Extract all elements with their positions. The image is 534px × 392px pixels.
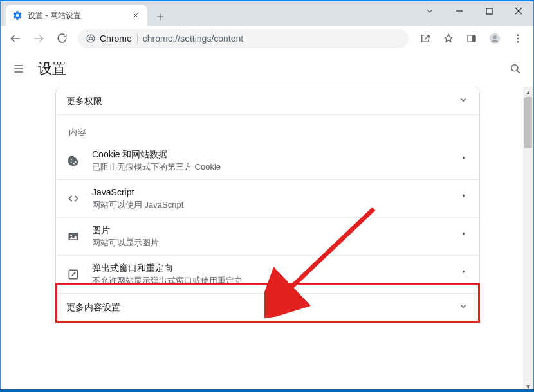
popup-icon xyxy=(66,267,80,281)
row-cookies[interactable]: Cookie 和网站数据 已阻止无痕模式下的第三方 Cookie xyxy=(56,142,479,179)
window-controls xyxy=(415,1,533,21)
window-titlebar: 设置 - 网站设置 xyxy=(1,1,533,26)
os-taskbar-edge xyxy=(0,389,534,392)
bookmark-star-icon[interactable] xyxy=(437,28,460,49)
window-maximize-button[interactable] xyxy=(474,1,504,21)
chevron-down-icon xyxy=(457,94,469,108)
scrollbar-thumb[interactable] xyxy=(524,97,532,148)
row-images[interactable]: 图片 网站可以显示图片 xyxy=(56,218,479,255)
row-popups[interactable]: 弹出式窗口和重定向 不允许网站显示弹出式窗口或使用重定向 xyxy=(56,256,479,293)
chevron-right-icon xyxy=(463,155,469,166)
svg-point-11 xyxy=(511,65,518,71)
browser-tab[interactable]: 设置 - 网站设置 xyxy=(6,5,147,26)
nav-back-button[interactable] xyxy=(5,28,26,49)
omnibox-divider xyxy=(137,33,138,44)
expander-more-content-settings[interactable]: 更多内容设置 xyxy=(56,294,479,321)
nav-reload-button[interactable] xyxy=(51,28,73,49)
svg-point-9 xyxy=(517,37,519,39)
row-title: JavaScript xyxy=(92,186,183,198)
svg-point-14 xyxy=(70,235,72,236)
expander-label: 更多内容设置 xyxy=(66,301,120,313)
browser-toolbar: Chrome chrome://settings/content xyxy=(1,26,533,51)
chevron-right-icon xyxy=(463,231,469,242)
section-title-content: 内容 xyxy=(56,115,479,142)
search-button[interactable] xyxy=(508,61,523,76)
svg-point-10 xyxy=(517,40,519,42)
row-subtitle: 已阻止无痕模式下的第三方 Cookie xyxy=(92,162,221,173)
chevron-right-icon xyxy=(463,193,469,204)
row-subtitle: 网站可以使用 JavaScript xyxy=(92,200,183,211)
image-icon xyxy=(66,229,80,244)
settings-header: 设置 xyxy=(1,51,533,87)
settings-page: 设置 更多权限 内容 Cookie 和网站数据 已阻止无痕模式下的第三方 C xyxy=(1,51,533,391)
svg-rect-1 xyxy=(486,8,492,14)
gear-icon xyxy=(12,10,23,21)
chevron-down-icon[interactable] xyxy=(415,1,445,21)
share-icon[interactable] xyxy=(414,28,437,49)
svg-line-12 xyxy=(517,71,520,73)
content-area: 更多权限 内容 Cookie 和网站数据 已阻止无痕模式下的第三方 Cookie xyxy=(1,87,533,391)
svg-point-7 xyxy=(493,35,496,39)
kebab-menu-icon[interactable] xyxy=(506,28,529,49)
svg-point-8 xyxy=(517,34,519,36)
row-title: 弹出式窗口和重定向 xyxy=(92,262,243,274)
expander-more-permissions[interactable]: 更多权限 xyxy=(56,87,479,114)
row-title: 图片 xyxy=(92,224,159,236)
omnibox[interactable]: Chrome chrome://settings/content xyxy=(78,29,409,48)
chrome-chip: Chrome xyxy=(86,33,132,44)
svg-rect-5 xyxy=(472,35,475,42)
row-subtitle: 不允许网站显示弹出式窗口或使用重定向 xyxy=(92,276,243,287)
window-minimize-button[interactable] xyxy=(445,1,474,21)
vertical-scrollbar[interactable]: ▲ ▼ xyxy=(523,87,533,391)
code-icon xyxy=(66,192,80,206)
row-title: Cookie 和网站数据 xyxy=(92,148,221,160)
hamburger-menu-button[interactable] xyxy=(11,61,26,76)
cookie-icon xyxy=(66,154,80,168)
toolbar-right-icons xyxy=(414,28,529,49)
row-javascript[interactable]: JavaScript 网站可以使用 JavaScript xyxy=(56,180,479,217)
nav-forward-button[interactable] xyxy=(28,28,50,49)
page-title: 设置 xyxy=(38,59,66,78)
chrome-chip-label: Chrome xyxy=(100,33,132,44)
close-tab-button[interactable] xyxy=(131,10,141,21)
omnibox-url: chrome://settings/content xyxy=(143,33,243,44)
row-subtitle: 网站可以显示图片 xyxy=(92,238,159,249)
profile-avatar-icon[interactable] xyxy=(483,28,506,49)
chevron-down-icon xyxy=(457,300,469,314)
expander-label: 更多权限 xyxy=(66,95,102,107)
svg-point-3 xyxy=(89,37,93,40)
new-tab-button[interactable] xyxy=(151,8,169,26)
chevron-right-icon xyxy=(463,269,469,280)
tab-title: 设置 - 网站设置 xyxy=(28,10,131,21)
scroll-up-arrow-icon[interactable]: ▲ xyxy=(523,87,533,97)
settings-card: 更多权限 内容 Cookie 和网站数据 已阻止无痕模式下的第三方 Cookie xyxy=(55,87,480,321)
window-close-button[interactable] xyxy=(504,1,533,21)
side-panel-icon[interactable] xyxy=(460,28,483,49)
